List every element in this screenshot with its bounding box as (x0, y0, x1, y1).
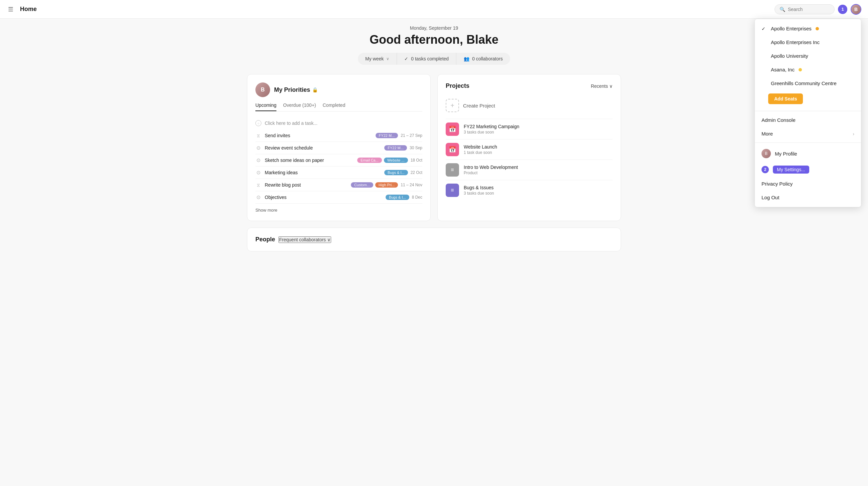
log-out-item[interactable]: Log Out (755, 191, 861, 204)
search-icon: 🔍 (779, 7, 785, 12)
org-name: Greenhills Community Centre (771, 80, 837, 86)
project-icon: ≡ (446, 184, 459, 197)
table-row[interactable]: ⊙ Marketing ideas Bugs & I... 22 Oct (255, 167, 422, 179)
project-name: Bugs & Issues (464, 185, 613, 190)
task-name: Rewrite blog post (265, 182, 351, 188)
my-week-stat[interactable]: My week ∨ (358, 53, 397, 65)
task-tag: Email Ca... (357, 158, 382, 163)
recents-button[interactable]: Recents ∨ (591, 84, 613, 89)
check-icon: ✓ (404, 56, 408, 61)
notification-badge[interactable]: 1 (838, 5, 847, 14)
create-project-button[interactable]: + Create Project (446, 95, 613, 116)
list-item[interactable]: ≡ Intro to Web Development Product (446, 160, 613, 180)
project-icon: 📅 (446, 143, 459, 156)
show-more-button[interactable]: Show more (255, 207, 422, 213)
avatar[interactable]: B (850, 4, 861, 15)
org-item-asana-inc[interactable]: ✓ Asana, Inc (755, 63, 861, 76)
project-icon: ≡ (446, 163, 459, 176)
my-priorities-card: B My Priorities 🔒 Upcoming Overdue (100+… (247, 74, 431, 221)
list-item[interactable]: 📅 FY22 Marketing Campaign 3 tasks due so… (446, 119, 613, 139)
table-row[interactable]: ⊙ Review event schedule FY22 M... 30 Sep (255, 142, 422, 154)
task-tag: High Pri... (375, 182, 398, 188)
check-circle-icon: ⊙ (255, 145, 261, 151)
table-row[interactable]: ⊙ Objectives Bugs & I... 8 Dec (255, 191, 422, 204)
org-item-apollo-enterprises-inc[interactable]: ✓ Apollo Enterprises Inc (755, 35, 861, 49)
search-input[interactable] (788, 7, 830, 12)
org-item-apollo-university[interactable]: ✓ Apollo University (755, 49, 861, 63)
log-out-label: Log Out (762, 195, 779, 200)
greeting-section: Monday, September 19 Good afternoon, Bla… (247, 25, 621, 65)
dropdown-menu: ✓ Apollo Enterprises ✓ Apollo Enterprise… (754, 19, 861, 207)
hourglass-icon: ⧖ (255, 132, 261, 138)
task-date: 18 Oct (411, 158, 422, 163)
people-header: People Frequent collaborators ∨ (255, 236, 613, 243)
calendar-icon: 📅 (449, 146, 456, 153)
list-item[interactable]: 📅 Website Launch 1 task due soon (446, 139, 613, 160)
task-name: Objectives (265, 195, 385, 200)
list-item[interactable]: ≡ Bugs & Issues 3 tasks due soon (446, 180, 613, 200)
table-row[interactable]: ⧖ Rewrite blog post Custom... High Pri..… (255, 179, 422, 191)
chevron-right-icon: › (852, 131, 854, 136)
project-sub: 3 tasks due soon (464, 130, 613, 134)
org-item-greenhills[interactable]: ✓ Greenhills Community Centre (755, 76, 861, 90)
tasks-completed-stat[interactable]: ✓ 0 tasks completed (397, 53, 456, 65)
task-tag: Bugs & I... (385, 195, 409, 200)
my-settings-item[interactable]: 2 My Settings... (755, 162, 861, 177)
priorities-header: B My Priorities 🔒 (255, 83, 422, 97)
task-tag: FY22 M... (384, 145, 407, 151)
freq-label: Frequent collaborators (279, 237, 326, 242)
people-card: People Frequent collaborators ∨ (247, 228, 621, 251)
tasks-completed-label: 0 tasks completed (411, 56, 449, 61)
task-date: 8 Dec (412, 195, 422, 200)
plus-icon: + (446, 99, 459, 112)
project-name: Website Launch (464, 144, 613, 150)
check-circle-icon: ⊙ (255, 157, 261, 163)
task-name: Send invites (265, 133, 376, 138)
org-item-apollo-enterprises[interactable]: ✓ Apollo Enterprises (755, 22, 861, 35)
add-seats-button[interactable]: Add Seats (768, 94, 803, 104)
project-info: Intro to Web Development Product (464, 165, 613, 175)
search-bar[interactable]: 🔍 (775, 4, 835, 14)
avatar-face: B (851, 5, 861, 14)
more-item[interactable]: More › (755, 127, 861, 140)
check-circle-icon: ⊙ (255, 169, 261, 175)
hourglass-icon: ⧖ (255, 182, 261, 188)
project-icon: 📅 (446, 123, 459, 136)
tab-completed[interactable]: Completed (322, 102, 345, 111)
project-info: Website Launch 1 task due soon (464, 144, 613, 155)
add-task-row[interactable]: ○ Click here to add a task... (255, 117, 422, 130)
collaborators-stat[interactable]: 👥 0 collaborators (456, 53, 510, 65)
main-content: Monday, September 19 Good afternoon, Bla… (234, 19, 634, 265)
tab-overdue[interactable]: Overdue (100+) (283, 102, 316, 111)
settings-badge: 2 (762, 166, 769, 173)
tab-upcoming[interactable]: Upcoming (255, 102, 276, 111)
my-profile-label: My Profile (775, 151, 797, 157)
add-task-label: Click here to add a task... (265, 121, 317, 126)
table-row[interactable]: ⧖ Send invites FY22 M... 21 – 27 Sep (255, 130, 422, 142)
top-nav: ☰ Home 🔍 1 B (0, 0, 868, 19)
org-name: Asana, Inc (771, 67, 795, 72)
project-name: FY22 Marketing Campaign (464, 124, 613, 129)
frequent-collaborators-button[interactable]: Frequent collaborators ∨ (278, 236, 331, 243)
table-row[interactable]: ⊙ Sketch some ideas on paper Email Ca...… (255, 154, 422, 167)
people-icon: 👥 (464, 56, 469, 61)
hamburger-icon[interactable]: ☰ (7, 4, 15, 14)
admin-console-item[interactable]: Admin Console (755, 113, 861, 127)
collaborators-label: 0 collaborators (472, 56, 503, 61)
my-week-label: My week (365, 56, 383, 61)
more-label: More (762, 131, 773, 136)
greeting-date: Monday, September 19 (247, 25, 621, 31)
check-icon: ✓ (762, 26, 767, 31)
chevron-down-icon: ∨ (386, 56, 389, 61)
project-sub: Product (464, 170, 613, 175)
my-profile-item[interactable]: B My Profile (755, 145, 861, 162)
check-circle-icon: ⊙ (255, 194, 261, 200)
project-info: FY22 Marketing Campaign 3 tasks due soon (464, 124, 613, 134)
menu-divider (755, 111, 861, 111)
task-name: Marketing ideas (265, 170, 384, 175)
task-tag: FY22 M... (376, 133, 398, 138)
chevron-down-icon: ∨ (327, 237, 331, 242)
privacy-policy-item[interactable]: Privacy Policy (755, 177, 861, 191)
org-name: Apollo Enterprises (771, 26, 812, 31)
privacy-policy-label: Privacy Policy (762, 181, 793, 187)
